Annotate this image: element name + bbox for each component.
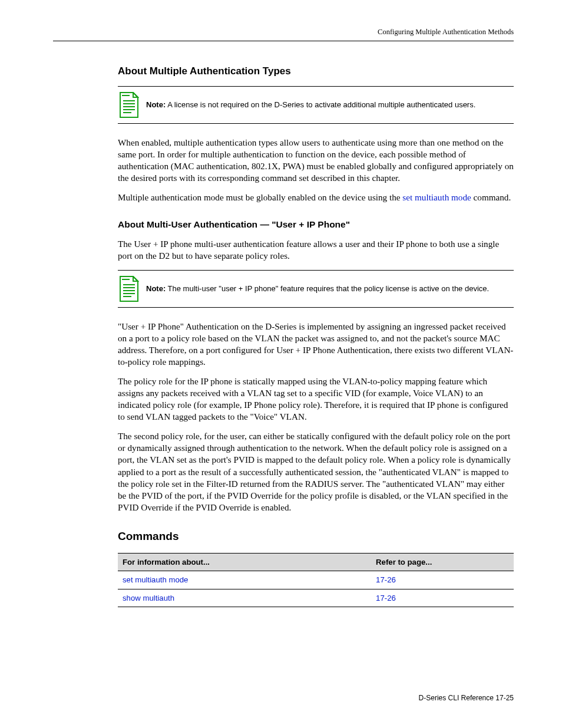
paragraph-3: The User + IP phone multi-user authentic… bbox=[118, 238, 514, 262]
cmd-link[interactable]: set multiauth mode bbox=[123, 575, 188, 584]
note-page-icon bbox=[118, 91, 139, 118]
cmd-cell: set multiauth mode bbox=[118, 571, 371, 589]
page-cell: 17-26 bbox=[371, 571, 514, 589]
heading-about-multiple-auth-types: About Multiple Authentication Types bbox=[118, 65, 514, 78]
note-box-2: Note: The multi-user "user + IP phone" f… bbox=[118, 270, 514, 308]
page: Configuring Multiple Authentication Meth… bbox=[0, 0, 562, 728]
paragraph-2: Multiple authentication mode must be glo… bbox=[118, 192, 514, 203]
commands-table: For information about... Refer to page..… bbox=[118, 553, 514, 607]
page-footer: D-Series CLI Reference 17-25 bbox=[419, 694, 514, 703]
svg-rect-4 bbox=[123, 109, 135, 110]
paragraph-5: The policy role for the IP phone is stat… bbox=[118, 375, 514, 423]
svg-rect-5 bbox=[123, 112, 131, 113]
note-label-1: Note: bbox=[146, 100, 166, 109]
running-header: Configuring Multiple Authentication Meth… bbox=[53, 27, 514, 37]
svg-rect-1 bbox=[123, 100, 135, 101]
svg-rect-11 bbox=[123, 296, 131, 297]
cmd-link[interactable]: show multiauth bbox=[123, 594, 174, 602]
svg-rect-7 bbox=[123, 284, 135, 285]
note-body-1: A license is not required on the D-Serie… bbox=[167, 100, 475, 109]
cmd-cell: show multiauth bbox=[118, 589, 371, 607]
main-content: About Multiple Authentication Types Note… bbox=[118, 65, 514, 608]
heading-commands: Commands bbox=[118, 529, 514, 543]
table-header-page: Refer to page... bbox=[371, 553, 514, 571]
note-box-1: Note: A license is not required on the D… bbox=[118, 86, 514, 124]
heading-about-multiuser-auth: About Multi-User Authentication — "User … bbox=[118, 219, 514, 230]
paragraph-1: When enabled, multiple authentication ty… bbox=[118, 137, 514, 184]
table-row: show multiauth 17-26 bbox=[118, 589, 514, 607]
link-set-multiauth-mode[interactable]: set multiauth mode bbox=[402, 192, 471, 202]
table-header-info: For information about... bbox=[118, 553, 371, 571]
paragraph-4: "User + IP Phone" Authentication on the … bbox=[118, 321, 514, 368]
svg-rect-8 bbox=[123, 287, 135, 288]
note-text-1: Note: A license is not required on the D… bbox=[146, 100, 475, 110]
svg-rect-0 bbox=[122, 95, 130, 96]
paragraph-6: The second policy role, for the user, ca… bbox=[118, 430, 514, 513]
paragraph-2a: Multiple authentication mode must be glo… bbox=[118, 192, 402, 202]
paragraph-2b: command. bbox=[471, 192, 511, 202]
page-link[interactable]: 17-26 bbox=[376, 575, 396, 584]
svg-rect-6 bbox=[122, 279, 130, 280]
svg-rect-2 bbox=[123, 103, 135, 104]
note-text-2: Note: The multi-user "user + IP phone" f… bbox=[146, 284, 489, 294]
note-page-icon bbox=[118, 275, 139, 302]
page-cell: 17-26 bbox=[371, 589, 514, 607]
top-rule bbox=[53, 41, 514, 41]
svg-rect-3 bbox=[123, 106, 135, 107]
note-body-2: The multi-user "user + IP phone" feature… bbox=[168, 284, 490, 293]
page-link[interactable]: 17-26 bbox=[376, 594, 396, 602]
note-label-2: Note: bbox=[146, 284, 166, 293]
table-row: set multiauth mode 17-26 bbox=[118, 571, 514, 589]
svg-rect-9 bbox=[123, 290, 135, 291]
svg-rect-10 bbox=[123, 293, 135, 294]
